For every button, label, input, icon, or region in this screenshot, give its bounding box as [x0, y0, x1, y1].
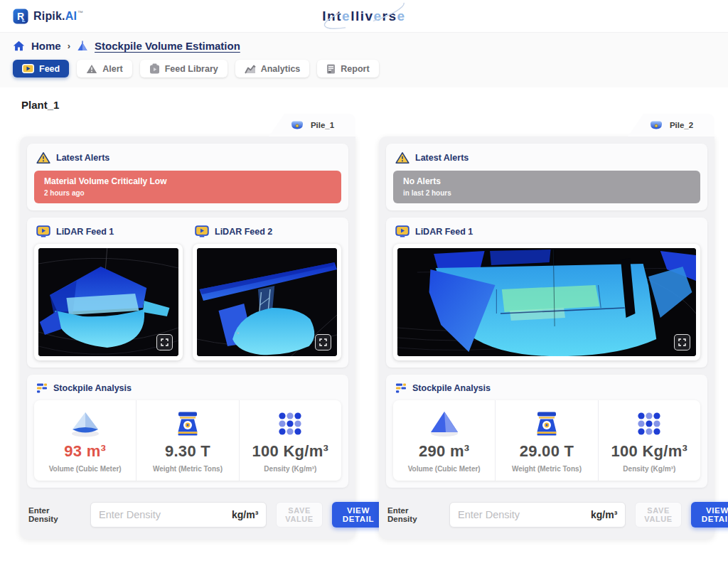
weight-stat: 9.30 T Weight (Metric Tons): [136, 400, 239, 481]
tab-analytics[interactable]: Analytics: [235, 60, 310, 77]
alert-item: No Alerts in last 2 hours: [393, 171, 700, 203]
home-icon: [13, 41, 25, 51]
feed-label: LiDAR Feed 1: [415, 227, 473, 237]
alert-time: in last 2 hours: [403, 189, 690, 197]
alerts-title: Latest Alerts: [56, 153, 109, 163]
volume-value: 290 m³: [397, 442, 491, 461]
pile-2-panel: Pile_2 Latest Alerts No Alerts: [379, 114, 714, 539]
enter-density-label: Enter Density: [28, 506, 81, 523]
fullscreen-expand-icon[interactable]: [674, 334, 690, 350]
pile-panels: Pile_1 Latest Alerts Material Volume Cr: [20, 114, 708, 539]
volume-label: Volume (Cubic Meter): [397, 465, 491, 473]
alert-time: 2 hours ago: [44, 189, 331, 197]
plant-title: Plant_1: [21, 99, 708, 111]
main-content: Plant_1 Pile_1: [0, 87, 728, 573]
monitor-play-icon: [195, 225, 209, 237]
analysis-title: Stockpile Analysis: [412, 383, 491, 393]
density-label: Density (Kg/m³): [603, 465, 696, 473]
volume-label: Volume (Cubic Meter): [38, 465, 132, 473]
alert-item[interactable]: Material Volume Critically Low 2 hours a…: [34, 171, 341, 203]
pile-1-tab[interactable]: Pile_1: [269, 114, 355, 136]
feed-library-icon: [149, 63, 160, 74]
density-unit: kg/m³: [232, 509, 258, 520]
lidar-feed-2-column: LiDAR Feed 2: [193, 225, 341, 360]
pile-1-panel: Pile_1 Latest Alerts Material Volume Cr: [20, 114, 355, 539]
volume-stat: 290 m³ Volume (Cubic Meter): [393, 400, 496, 481]
analysis-sliders-icon: [36, 382, 48, 394]
save-value-button[interactable]: SAVE VALUE: [635, 502, 681, 528]
breadcrumb: Home › Stockpile Volume Estimation: [13, 40, 715, 52]
tab-report[interactable]: Report: [317, 60, 378, 77]
monitor-play-icon: [395, 225, 410, 237]
analytics-chart-icon: [245, 64, 256, 74]
weight-scale-icon: [532, 409, 561, 438]
lidar-feed-1-column: LiDAR Feed 1: [393, 225, 700, 360]
save-value-button[interactable]: SAVE VALUE: [276, 502, 322, 528]
feed-play-icon: [22, 64, 34, 73]
top-bar: R Ripik.AI™ Intelliverse: [0, 0, 728, 33]
report-document-icon: [326, 64, 336, 74]
fullscreen-expand-icon[interactable]: [156, 334, 173, 350]
feed-label: LiDAR Feed 2: [215, 227, 272, 237]
warning-triangle-icon: [395, 151, 410, 164]
density-dots-icon: [276, 409, 304, 438]
density-unit: kg/m³: [591, 509, 617, 520]
density-form: Enter Density kg/m³ SAVE VALUE VIEW DETA…: [27, 495, 348, 532]
lidar-feeds-section: LiDAR Feed 1: [386, 218, 707, 368]
lidar-pointcloud-feed-1[interactable]: [38, 248, 178, 356]
stockpile-icon: [77, 41, 88, 52]
alert-message: Material Volume Critically Low: [44, 176, 331, 186]
weight-label: Weight (Metric Tons): [500, 465, 593, 473]
breadcrumb-home[interactable]: Home: [31, 40, 61, 52]
weight-stat: 29.00 T Weight (Metric Tons): [496, 400, 598, 481]
ripik-logo-icon: R: [13, 9, 28, 24]
pointcloud-render: [397, 248, 696, 356]
monitor-play-icon: [36, 225, 50, 237]
tab-alert[interactable]: Alert: [77, 60, 132, 77]
lidar-feed-1-column: LiDAR Feed 1: [34, 225, 183, 360]
fullscreen-expand-icon[interactable]: [315, 334, 331, 350]
latest-alerts-section: Latest Alerts Material Volume Critically…: [27, 144, 348, 210]
alert-triangle-icon: [86, 64, 97, 74]
tab-feed-library[interactable]: Feed Library: [140, 60, 228, 77]
camera-dome-icon: [649, 120, 663, 130]
density-value: 100 Kg/m³: [244, 442, 337, 461]
breadcrumb-current[interactable]: Stockpile Volume Estimation: [95, 40, 240, 52]
tab-feed[interactable]: Feed: [13, 60, 69, 77]
stockpile-analysis-section: Stockpile Analysis 290 m³: [386, 375, 707, 488]
weight-value: 9.30 T: [141, 442, 234, 461]
volume-stat: 93 m³ Volume (Cubic Meter): [34, 400, 136, 481]
lidar-pointcloud-feed-1[interactable]: [397, 248, 696, 356]
weight-label: Weight (Metric Tons): [141, 465, 234, 473]
breadcrumb-separator: ›: [68, 41, 70, 51]
enter-density-label: Enter Density: [387, 506, 440, 523]
density-value: 100 Kg/m³: [603, 442, 696, 461]
warning-triangle-icon: [36, 151, 50, 164]
lidar-pointcloud-feed-2[interactable]: ×: [197, 248, 337, 356]
view-detail-button[interactable]: VIEW DETAIL: [691, 502, 728, 528]
density-form: Enter Density kg/m³ SAVE VALUE VIEW DETA…: [386, 495, 707, 532]
density-input[interactable]: [99, 509, 232, 520]
alert-message: No Alerts: [403, 176, 690, 186]
stockpile-analysis-section: Stockpile Analysis: [27, 375, 348, 488]
volume-pyramid-low-icon: [69, 409, 102, 438]
alerts-title: Latest Alerts: [415, 153, 469, 163]
svg-text:×: ×: [237, 330, 240, 336]
tab-bar: Feed Alert Feed Library Analytics: [13, 60, 715, 77]
pile-2-tab[interactable]: Pile_2: [628, 114, 714, 136]
density-stat: 100 Kg/m³ Density (Kg/m³): [240, 400, 341, 481]
ripik-logo[interactable]: R Ripik.AI™: [13, 9, 83, 24]
lidar-feeds-section: LiDAR Feed 1: [27, 218, 348, 368]
analysis-title: Stockpile Analysis: [53, 383, 132, 393]
weight-scale-icon: [173, 409, 202, 438]
view-detail-button[interactable]: VIEW DETAIL: [332, 502, 385, 528]
latest-alerts-section: Latest Alerts No Alerts in last 2 hours: [386, 144, 707, 210]
sub-header: Home › Stockpile Volume Estimation Feed …: [0, 33, 728, 87]
analysis-sliders-icon: [395, 382, 407, 394]
brand-name: Ripik.AI™: [33, 10, 83, 23]
density-stat: 100 Kg/m³ Density (Kg/m³): [599, 400, 700, 481]
intelliverse-logo: Intelliverse: [322, 9, 405, 24]
feed-label: LiDAR Feed 1: [56, 227, 114, 237]
density-label: Density (Kg/m³): [244, 465, 337, 473]
density-input[interactable]: [458, 509, 591, 520]
